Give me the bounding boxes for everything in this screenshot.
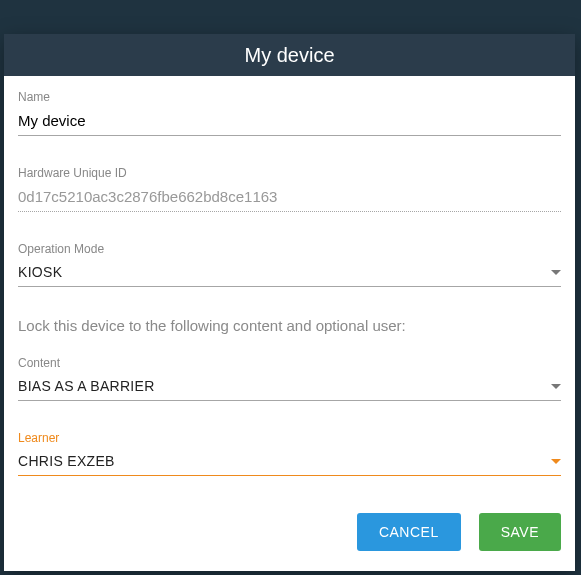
- modal-title: My device: [4, 34, 575, 76]
- hardware-id-label: Hardware Unique ID: [18, 166, 561, 180]
- modal-footer: CANCEL SAVE: [4, 513, 575, 571]
- learner-select[interactable]: CHRIS EXZEB: [18, 451, 561, 476]
- field-hardware-id: Hardware Unique ID: [18, 166, 561, 212]
- hardware-id-input: [18, 186, 561, 212]
- field-content: Content BIAS AS A BARRIER: [18, 356, 561, 401]
- cancel-button[interactable]: CANCEL: [357, 513, 461, 551]
- learner-label: Learner: [18, 431, 561, 445]
- content-label: Content: [18, 356, 561, 370]
- save-button[interactable]: SAVE: [479, 513, 561, 551]
- name-label: Name: [18, 90, 561, 104]
- field-name: Name: [18, 90, 561, 136]
- chevron-down-icon: [551, 459, 561, 464]
- lock-help-text: Lock this device to the following conten…: [18, 317, 561, 334]
- field-operation-mode: Operation Mode KIOSK: [18, 242, 561, 287]
- content-select[interactable]: BIAS AS A BARRIER: [18, 376, 561, 401]
- operation-mode-label: Operation Mode: [18, 242, 561, 256]
- learner-value: CHRIS EXZEB: [18, 453, 551, 469]
- field-learner: Learner CHRIS EXZEB: [18, 431, 561, 476]
- operation-mode-value: KIOSK: [18, 264, 551, 280]
- device-edit-modal: My device Name Hardware Unique ID Operat…: [4, 34, 575, 571]
- chevron-down-icon: [551, 270, 561, 275]
- chevron-down-icon: [551, 384, 561, 389]
- content-value: BIAS AS A BARRIER: [18, 378, 551, 394]
- name-input[interactable]: [18, 110, 561, 136]
- operation-mode-select[interactable]: KIOSK: [18, 262, 561, 287]
- modal-body: Name Hardware Unique ID Operation Mode K…: [4, 76, 575, 513]
